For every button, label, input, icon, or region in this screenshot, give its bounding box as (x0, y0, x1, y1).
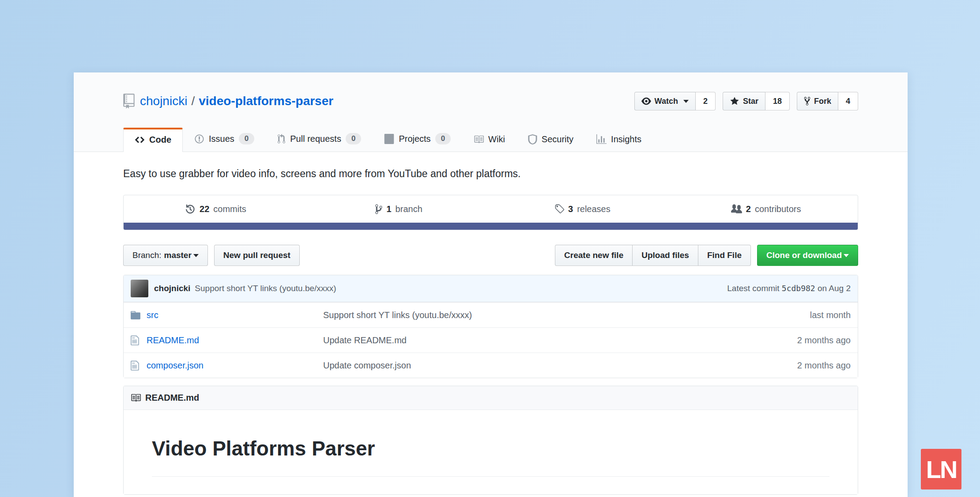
stat-branches[interactable]: 1 branch (307, 204, 491, 215)
file-icon (131, 335, 147, 346)
code-icon (135, 135, 145, 145)
readme-body: Video Platforms Parser (124, 410, 858, 494)
file-name-link[interactable]: README.md (147, 335, 323, 345)
history-icon (185, 204, 196, 215)
shield-icon (528, 134, 537, 144)
github-repo-window: chojnicki / video-platforms-parser Watch… (74, 72, 908, 497)
open-book-icon (131, 393, 141, 403)
tab-issues[interactable]: Issues 0 (183, 126, 266, 152)
tab-pull-requests[interactable]: Pull requests 0 (266, 126, 373, 152)
repo-stats-box: 22 commits 1 branch (123, 195, 858, 230)
stat-releases[interactable]: 3 releases (491, 204, 675, 215)
issues-counter: 0 (239, 133, 254, 144)
upload-files-button[interactable]: Upload files (633, 245, 698, 266)
stat-branches-label: branch (396, 204, 422, 214)
tab-projects-label: Projects (399, 134, 430, 144)
tab-code[interactable]: Code (123, 128, 183, 152)
fork-icon (804, 96, 810, 106)
chevron-down-icon (193, 254, 199, 257)
tab-projects[interactable]: Projects 0 (373, 126, 462, 152)
clone-or-download-label: Clone or download (766, 250, 842, 260)
chevron-down-icon (844, 254, 849, 257)
stat-contributors[interactable]: 2 contributors (674, 204, 858, 215)
repo-header: chojnicki / video-platforms-parser Watch… (74, 72, 908, 152)
file-commit-message-link[interactable]: Update README.md (323, 335, 797, 345)
fork-label: Fork (814, 97, 831, 106)
book-icon (474, 134, 484, 144)
stat-branches-value: 1 (386, 204, 391, 214)
tab-wiki-label: Wiki (488, 134, 505, 144)
repo-book-icon (123, 94, 135, 109)
commit-date: on Aug 2 (818, 284, 851, 293)
file-name-link[interactable]: composer.json (147, 360, 323, 371)
folder-icon (131, 310, 147, 321)
project-board-icon (384, 134, 394, 144)
table-row: src Support short YT links (youtu.be/xxx… (124, 302, 858, 327)
watch-button[interactable]: Watch (634, 92, 696, 110)
table-row: README.md Update README.md 2 months ago (124, 327, 858, 353)
watch-count[interactable]: 2 (696, 92, 716, 110)
pull-requests-counter: 0 (346, 133, 361, 144)
stat-releases-label: releases (577, 204, 611, 214)
tab-code-label: Code (149, 135, 171, 145)
file-actions-group: Create new file Upload files Find File (555, 245, 751, 266)
file-commit-message-link[interactable]: Support short YT links (youtu.be/xxxx) (323, 310, 810, 320)
chevron-down-icon (683, 100, 689, 103)
stat-commits[interactable]: 22 commits (124, 204, 307, 215)
avatar[interactable] (131, 280, 148, 297)
tab-pull-requests-label: Pull requests (290, 134, 341, 144)
new-pull-request-button[interactable]: New pull request (214, 245, 300, 266)
stat-contributors-value: 2 (746, 204, 751, 214)
repo-description: Easy to use grabber for video info, scre… (123, 168, 858, 180)
stat-releases-value: 3 (568, 204, 573, 214)
commit-message-link[interactable]: Support short YT links (youtu.be/xxxx) (195, 284, 336, 293)
commit-author-link[interactable]: chojnicki (154, 284, 190, 293)
repo-name-link[interactable]: video-platforms-parser (199, 94, 333, 108)
file-updated: 2 months ago (797, 335, 851, 345)
branch-select-button[interactable]: Branch: master (123, 245, 208, 266)
create-new-file-button[interactable]: Create new file (555, 245, 633, 266)
star-icon (730, 96, 739, 106)
latest-commit-meta: Latest commit 5cdb982 on Aug 2 (727, 284, 851, 293)
file-updated: last month (810, 310, 851, 320)
stat-commits-label: commits (213, 204, 246, 214)
commit-sha-link[interactable]: 5cdb982 (782, 284, 815, 293)
tab-security-label: Security (542, 134, 573, 144)
file-navigation-toolbar: Branch: master New pull request Create n… (123, 245, 858, 266)
latest-commit-bar: chojnicki Support short YT links (youtu.… (124, 275, 858, 302)
tab-wiki[interactable]: Wiki (462, 127, 516, 152)
fork-button[interactable]: Fork (797, 92, 838, 110)
latest-commit-label: Latest commit (727, 284, 779, 293)
repo-owner-link[interactable]: chojnicki (140, 94, 187, 108)
readme-filename: README.md (145, 393, 199, 403)
tag-icon (554, 204, 564, 215)
language-bar[interactable] (124, 223, 858, 230)
watch-label: Watch (655, 97, 678, 106)
stat-commits-value: 22 (200, 204, 209, 214)
branch-label: Branch: (132, 250, 161, 260)
watch-control: Watch 2 (634, 92, 716, 110)
clone-or-download-button[interactable]: Clone or download (757, 245, 858, 266)
laravel-news-logo: LN (921, 449, 961, 489)
projects-counter: 0 (435, 133, 451, 144)
star-button[interactable]: Star (723, 92, 765, 110)
file-commit-message-link[interactable]: Update composer.json (323, 360, 797, 371)
issue-opened-icon (194, 134, 204, 144)
file-updated: 2 months ago (797, 360, 851, 371)
fork-count[interactable]: 4 (838, 92, 858, 110)
file-name-link[interactable]: src (147, 310, 323, 320)
tab-security[interactable]: Security (516, 127, 585, 152)
people-icon (731, 204, 742, 215)
tab-insights-label: Insights (611, 134, 641, 144)
file-icon (131, 360, 147, 371)
find-file-button[interactable]: Find File (698, 245, 751, 266)
fork-control: Fork 4 (797, 92, 858, 110)
repo-title-separator: / (187, 94, 199, 108)
tab-issues-label: Issues (209, 134, 234, 144)
pull-request-icon (277, 134, 286, 144)
branch-name: master (164, 250, 191, 260)
tab-insights[interactable]: Insights (585, 127, 653, 152)
readme-box: README.md Video Platforms Parser (123, 386, 858, 495)
star-count[interactable]: 18 (765, 92, 790, 110)
files-box: chojnicki Support short YT links (youtu.… (123, 275, 858, 378)
